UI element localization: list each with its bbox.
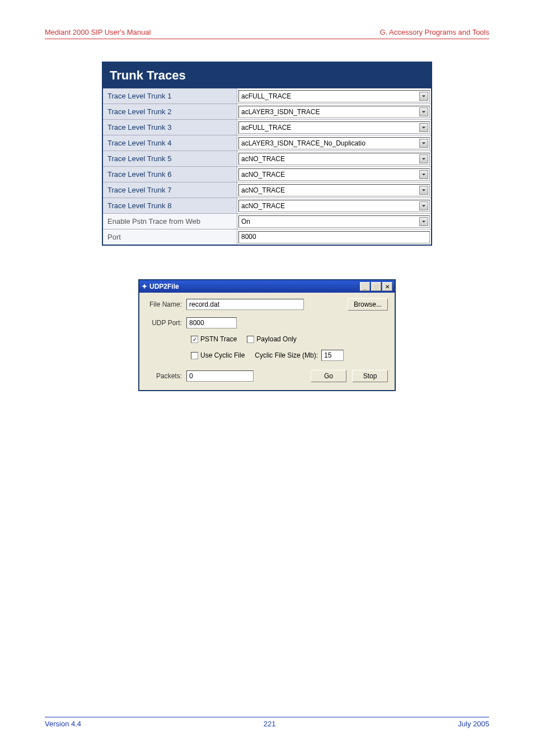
footer-right: July 2005 (458, 720, 489, 728)
udp-port-label: UDP Port: (146, 319, 186, 327)
select-value: On (241, 218, 250, 226)
maximize-button: □ (371, 282, 381, 291)
setting-row: Port8000 (103, 229, 431, 245)
pstn-trace-label: PSTN Trace (200, 335, 237, 343)
udp-port-input[interactable] (186, 317, 237, 328)
browse-button[interactable]: Browse... (348, 298, 388, 311)
chevron-down-icon[interactable] (419, 154, 428, 163)
setting-row: Trace Level Trunk 5acNO_TRACE (103, 151, 431, 167)
setting-label: Enable Pstn Trace from Web (103, 214, 237, 229)
setting-row: Trace Level Trunk 1acFULL_TRACE (103, 88, 431, 104)
cyclic-size-label: Cyclic File Size (Mb): (255, 351, 318, 359)
packets-label: Packets: (146, 372, 186, 380)
setting-select[interactable]: On (238, 215, 430, 228)
setting-label: Trace Level Trunk 7 (103, 182, 237, 198)
setting-label: Trace Level Trunk 2 (103, 104, 237, 119)
setting-row: Trace Level Trunk 3acFULL_TRACE (103, 120, 431, 135)
chevron-down-icon[interactable] (419, 186, 428, 195)
page-footer: Version 4.4 221 July 2005 (45, 717, 489, 728)
setting-label: Trace Level Trunk 1 (103, 88, 237, 104)
setting-select[interactable]: acNO_TRACE (238, 184, 430, 196)
chevron-down-icon[interactable] (419, 139, 428, 148)
trunk-traces-panel: Trunk Traces Trace Level Trunk 1acFULL_T… (102, 62, 432, 246)
header-right: G. Accessory Programs and Tools (380, 28, 489, 36)
payload-only-checkbox[interactable]: Payload Only (247, 335, 296, 343)
footer-left: Version 4.4 (45, 720, 81, 728)
select-value: acLAYER3_ISDN_TRACE (241, 108, 320, 116)
chevron-down-icon[interactable] (419, 107, 428, 116)
chevron-down-icon[interactable] (419, 92, 428, 101)
select-value: acNO_TRACE (241, 171, 285, 179)
select-value: acFULL_TRACE (241, 92, 291, 100)
select-value: acFULL_TRACE (241, 124, 291, 132)
setting-select[interactable]: acLAYER3_ISDN_TRACE_No_Duplicatio (238, 137, 430, 149)
udp2file-window: ✦ UDP2File _ □ ✕ File Name: Browse... UD… (138, 279, 396, 391)
app-icon: ✦ (142, 283, 147, 290)
chevron-down-icon[interactable] (419, 217, 428, 226)
setting-row: Trace Level Trunk 6acNO_TRACE (103, 167, 431, 182)
use-cyclic-label: Use Cyclic File (200, 351, 245, 359)
cyclic-size-input[interactable] (321, 350, 344, 361)
select-value: acNO_TRACE (241, 155, 285, 163)
titlebar: ✦ UDP2File _ □ ✕ (139, 280, 395, 293)
setting-label: Trace Level Trunk 8 (103, 198, 237, 213)
panel-title: Trunk Traces (103, 63, 431, 88)
setting-label: Trace Level Trunk 3 (103, 120, 237, 135)
header-left: Mediant 2000 SIP User's Manual (45, 28, 151, 36)
select-value: acLAYER3_ISDN_TRACE_No_Duplicatio (241, 139, 366, 147)
chevron-down-icon[interactable] (419, 201, 428, 210)
select-value: acNO_TRACE (241, 186, 285, 194)
select-value: acNO_TRACE (241, 202, 285, 210)
use-cyclic-checkbox[interactable]: Use Cyclic File (191, 351, 245, 359)
setting-label: Trace Level Trunk 6 (103, 167, 237, 182)
chevron-down-icon[interactable] (419, 170, 428, 179)
file-name-label: File Name: (146, 300, 186, 308)
payload-only-label: Payload Only (256, 335, 296, 343)
pstn-trace-checkbox[interactable]: ✓ PSTN Trace (191, 335, 237, 343)
setting-select[interactable]: acFULL_TRACE (238, 90, 430, 102)
window-title: UDP2File (149, 283, 360, 290)
setting-select[interactable]: acFULL_TRACE (238, 121, 430, 134)
setting-row: Trace Level Trunk 7acNO_TRACE (103, 182, 431, 198)
setting-row: Trace Level Trunk 8acNO_TRACE (103, 198, 431, 214)
footer-center: 221 (264, 720, 276, 728)
packets-input[interactable] (186, 370, 254, 382)
setting-label: Port (103, 229, 237, 245)
setting-input[interactable]: 8000 (238, 231, 430, 243)
go-button[interactable]: Go (311, 370, 346, 382)
setting-select[interactable]: acLAYER3_ISDN_TRACE (238, 106, 430, 118)
setting-label: Trace Level Trunk 5 (103, 151, 237, 166)
setting-select[interactable]: acNO_TRACE (238, 200, 430, 212)
setting-select[interactable]: acNO_TRACE (238, 168, 430, 181)
setting-label: Trace Level Trunk 4 (103, 135, 237, 151)
page-header: Mediant 2000 SIP User's Manual G. Access… (45, 28, 489, 39)
stop-button[interactable]: Stop (352, 370, 388, 382)
setting-row: Enable Pstn Trace from WebOn (103, 214, 431, 229)
setting-row: Trace Level Trunk 2acLAYER3_ISDN_TRACE (103, 104, 431, 120)
setting-row: Trace Level Trunk 4acLAYER3_ISDN_TRACE_N… (103, 135, 431, 151)
setting-select[interactable]: acNO_TRACE (238, 153, 430, 165)
close-button[interactable]: ✕ (382, 282, 392, 291)
file-name-input[interactable] (186, 299, 304, 310)
chevron-down-icon[interactable] (419, 123, 428, 132)
minimize-button[interactable]: _ (360, 282, 370, 291)
